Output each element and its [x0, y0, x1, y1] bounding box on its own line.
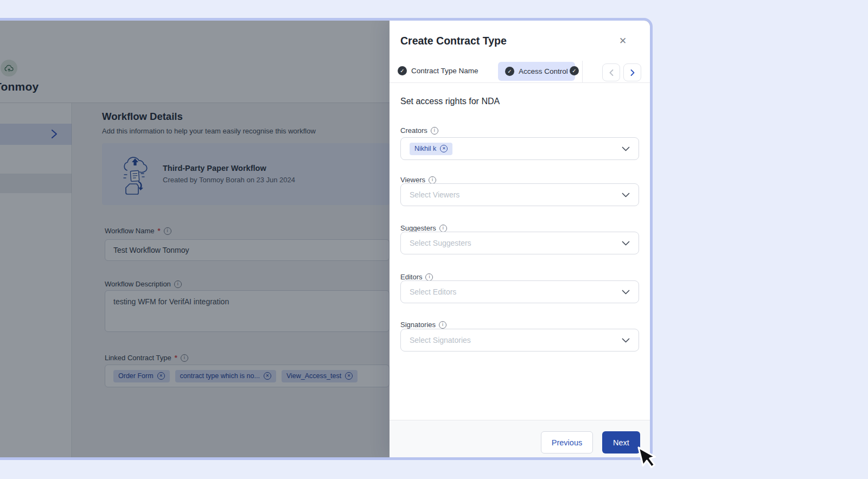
- chevron-left-icon: [608, 69, 615, 76]
- previous-button[interactable]: Previous: [541, 431, 593, 454]
- info-icon[interactable]: i: [439, 225, 447, 232]
- next-button[interactable]: Next: [602, 431, 640, 454]
- check-circle-icon: ✓: [570, 66, 579, 75]
- tab-next-step-truncated[interactable]: ✓ D: [570, 66, 582, 75]
- editors-label: Editors i: [400, 273, 433, 281]
- info-icon[interactable]: i: [429, 176, 436, 184]
- viewers-select[interactable]: Select Viewers: [400, 183, 639, 206]
- modal-footer: Previous Next: [390, 420, 650, 457]
- tabs-scroll-right-button[interactable]: [623, 63, 641, 81]
- creator-chip[interactable]: Nikhil k ✕: [410, 143, 452, 155]
- signatories-select[interactable]: Select Signatories: [400, 329, 639, 352]
- modal-title: Create Contract Type: [400, 35, 507, 47]
- chevron-down-icon: [622, 146, 630, 151]
- info-icon[interactable]: i: [425, 273, 433, 281]
- modal-header-divider: [390, 82, 650, 83]
- tab-access-control[interactable]: ✓ Access Control: [498, 62, 575, 81]
- editors-select[interactable]: Select Editors: [400, 280, 639, 303]
- tabs-divider: [582, 61, 583, 82]
- creators-select[interactable]: Nikhil k ✕: [400, 137, 639, 160]
- access-rights-heading: Set access rights for NDA: [400, 97, 500, 106]
- create-contract-type-modal: Create Contract Type ✕ ✓ Contract Type N…: [390, 21, 650, 457]
- close-icon[interactable]: ✕: [616, 34, 629, 47]
- chevron-right-icon: [629, 69, 636, 76]
- app-window: Tonmoy Workflow Details Add this informa…: [0, 18, 653, 460]
- tab-contract-type-name[interactable]: ✓ Contract Type Name: [398, 66, 478, 75]
- chevron-down-icon: [622, 193, 630, 197]
- chevron-down-icon: [622, 338, 630, 343]
- chevron-down-icon: [622, 290, 630, 295]
- tabs-scroll-left-button[interactable]: [602, 63, 620, 81]
- suggesters-label: Suggesters i: [400, 224, 447, 232]
- check-circle-icon: ✓: [398, 66, 407, 75]
- remove-circle-icon[interactable]: ✕: [440, 145, 448, 152]
- suggesters-select[interactable]: Select Suggesters: [400, 232, 639, 254]
- creators-label: Creators i: [400, 126, 438, 135]
- info-icon[interactable]: i: [431, 127, 438, 135]
- chevron-down-icon: [622, 241, 630, 246]
- check-circle-icon: ✓: [505, 67, 514, 76]
- viewers-label: Viewers i: [400, 176, 436, 184]
- signatories-label: Signatories i: [400, 321, 446, 329]
- info-icon[interactable]: i: [439, 321, 446, 329]
